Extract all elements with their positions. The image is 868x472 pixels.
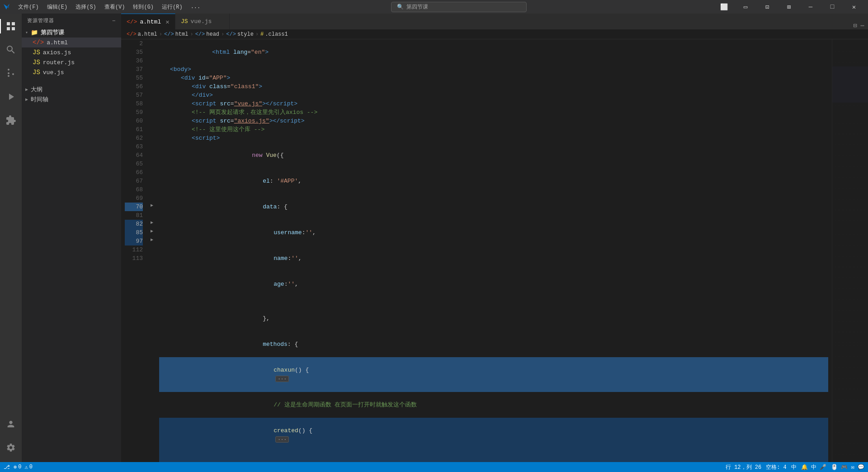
status-errors[interactable]: ⊗ 0 ⚠ 0	[14, 464, 33, 471]
fg-fold-70[interactable]: ▶	[148, 203, 156, 211]
fg-fold-97[interactable]: ▶	[148, 237, 156, 245]
fg-fold-85[interactable]: ▶	[148, 228, 156, 237]
fg-fold-82[interactable]: ▶	[148, 220, 156, 228]
activity-settings[interactable]	[0, 437, 22, 458]
tab-vuejs[interactable]: JS vue.js	[175, 14, 230, 29]
breadcrumb-tag-icon1: </>	[164, 31, 174, 38]
timeline-header[interactable]: ▶ 时间轴	[22, 94, 121, 104]
menu-file[interactable]: 文件(F)	[14, 0, 42, 14]
sidebar-title: 资源管理器	[27, 17, 54, 24]
status-spaces[interactable]: 空格: 4	[766, 463, 787, 471]
search-icon: 🔍	[397, 4, 404, 10]
breadcrumb-ahtml[interactable]: </> a.html	[127, 31, 157, 38]
code-line-64: username:'',	[159, 220, 828, 245]
search-box[interactable]: 🔍 第四节课	[391, 2, 527, 12]
menu-more[interactable]: ...	[187, 0, 204, 14]
file-item-axios[interactable]: JS axios.js	[22, 47, 121, 57]
menu-select[interactable]: 选择(S)	[72, 0, 100, 14]
warning-icon: ⚠	[24, 464, 28, 471]
file-name-axios: axios.js	[43, 49, 71, 56]
menu-edit[interactable]: 编辑(E)	[43, 0, 71, 14]
more-tabs-icon[interactable]: ⋯	[861, 22, 864, 29]
outline-header[interactable]: ▶ 大纲	[22, 85, 121, 94]
file-item-ahtml[interactable]: </> a.html	[22, 38, 121, 47]
code-line-70[interactable]: chaxun() { ···	[159, 357, 828, 392]
activity-account[interactable]	[0, 413, 22, 435]
code-line-82[interactable]: created() { ···	[159, 418, 828, 453]
layout-toggle[interactable]: ⬜	[713, 0, 734, 14]
ln-35: 35	[125, 48, 143, 57]
code-line-36: <div id="APP">	[159, 74, 828, 82]
code-display[interactable]: <html lang="en"> <body> <div id="APP"> <…	[156, 39, 832, 462]
app-container: 资源管理器 ⋯ ▾ 📁 第四节课 </> a.html JS axi	[0, 14, 868, 472]
title-search: 🔍 第四节课	[208, 2, 710, 12]
breadcrumb-head[interactable]: </> head	[195, 31, 219, 38]
activity-bar	[0, 14, 22, 462]
status-left: ⎇ ⊗ 0 ⚠ 0	[4, 464, 33, 471]
outline-label: 大纲	[31, 85, 42, 94]
status-line-col[interactable]: 行 12，列 26	[726, 463, 761, 471]
status-git[interactable]: ⎇	[4, 464, 10, 471]
ln-113: 113	[125, 254, 143, 263]
window-controls: ⬜ ▭ ⊡ ⊞ — □ ✕	[713, 0, 864, 14]
activity-extensions[interactable]	[0, 109, 22, 131]
status-misc[interactable]: 🖱️ 🎮 ✉ 💬	[831, 464, 864, 471]
breadcrumb-style[interactable]: </> style	[226, 31, 254, 38]
breadcrumb-sep2: ›	[190, 31, 193, 38]
search-text: 第四节课	[406, 3, 428, 11]
tab-ahtml[interactable]: </> a.html ✕	[121, 14, 175, 29]
ln-67: 67	[125, 177, 143, 185]
fg-10	[148, 117, 156, 125]
menu-view[interactable]: 查看(V)	[101, 0, 129, 14]
ln-70: 70	[125, 203, 143, 211]
fg-8	[148, 99, 156, 108]
activity-run[interactable]	[0, 86, 22, 108]
code-line-65: name:'',	[159, 245, 828, 271]
file-item-vue[interactable]: JS vue.js	[22, 67, 121, 77]
activity-search[interactable]	[0, 39, 22, 61]
menu-run[interactable]: 运行(R)	[158, 0, 186, 14]
file-item-router[interactable]: JS router.js	[22, 57, 121, 67]
timeline-label: 时间轴	[31, 95, 48, 104]
new-file-icon[interactable]: ⋯	[112, 18, 116, 24]
fg-6	[148, 82, 156, 91]
split-editor-icon[interactable]: ⊟	[853, 22, 857, 29]
fold-gutter: ▶ ▶ ▶ ▶	[148, 39, 156, 462]
sidebar: 资源管理器 ⋯ ▾ 📁 第四节课 </> a.html JS axi	[22, 14, 121, 462]
ln-61: 61	[125, 125, 143, 134]
ln-55: 55	[125, 74, 143, 82]
ln-64: 64	[125, 151, 143, 160]
code-line-85[interactable]: tianjia() { ···	[159, 453, 828, 462]
status-encoding[interactable]: 中	[791, 463, 797, 471]
fg-3	[148, 57, 156, 65]
maximize-button[interactable]: □	[822, 0, 843, 14]
close-button[interactable]: ✕	[844, 0, 864, 14]
code-line-57: <!-- 网页发起请求，在这里先引入axios -->	[159, 108, 828, 117]
layout-toggle2[interactable]: ▭	[735, 0, 756, 14]
minimap	[832, 39, 868, 462]
outline-chevron: ▶	[25, 87, 28, 92]
tab-vuejs-label: vue.js	[191, 18, 212, 25]
tab-ahtml-close[interactable]: ✕	[165, 18, 169, 26]
file-tree: ▾ 📁 第四节课 </> a.html JS axios.js JS route…	[22, 28, 121, 462]
layout-toggle4[interactable]: ⊞	[778, 0, 799, 14]
activity-source-control[interactable]	[0, 62, 22, 84]
ln-65: 65	[125, 160, 143, 168]
breadcrumb-class1[interactable]: # .class1	[260, 31, 288, 38]
ln-56: 56	[125, 82, 143, 91]
code-line-68: },	[159, 306, 828, 331]
code-line-59: <!-- 这里使用这个库 -->	[159, 125, 828, 134]
layout-toggle3[interactable]: ⊡	[757, 0, 778, 14]
minimize-button[interactable]: —	[800, 0, 821, 14]
activity-explorer[interactable]	[0, 15, 22, 37]
editor-content: 2 35 36 37 55 56 57 58 59 60 61 62 63 64…	[121, 39, 868, 462]
folder-item[interactable]: ▾ 📁 第四节课	[22, 28, 121, 38]
status-language[interactable]: 🔔 中 🎤	[801, 463, 826, 471]
main-area: 资源管理器 ⋯ ▾ 📁 第四节课 </> a.html JS axi	[0, 14, 868, 462]
fg-19	[148, 194, 156, 203]
menu-goto[interactable]: 转到(G)	[129, 0, 157, 14]
js-icon-vue: JS	[33, 69, 40, 76]
breadcrumb-html[interactable]: </> html	[164, 31, 188, 38]
code-line-56: <script src="vue.js"></script>	[159, 99, 828, 108]
js-icon-axios: JS	[33, 49, 40, 56]
